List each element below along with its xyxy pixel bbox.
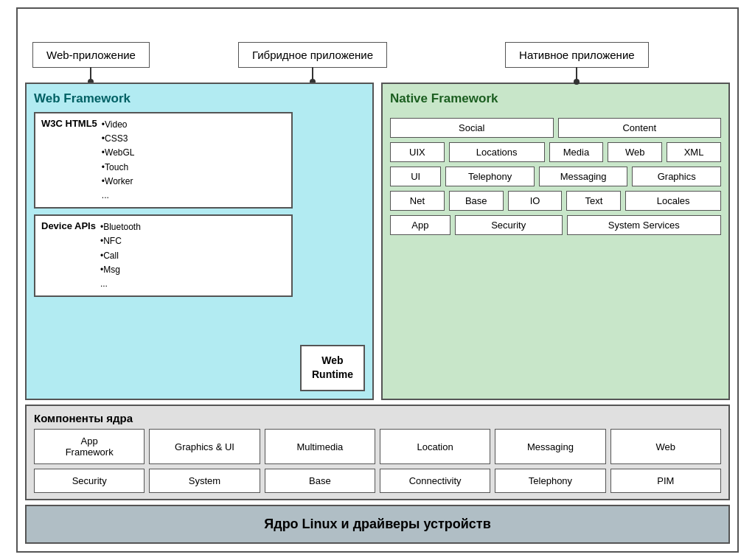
core-base: Base	[265, 469, 375, 493]
native-io: IO	[508, 191, 563, 211]
core-location: Location	[380, 429, 490, 464]
web-framework: Web Framework W3C HTML5 •Video •CSS3 •We…	[25, 83, 374, 400]
native-top-row: Social Content	[390, 118, 721, 138]
core-row-1: AppFramework Graphics & UI Multimedia Lo…	[34, 429, 721, 464]
native-web: Web	[608, 142, 662, 162]
native-text: Text	[566, 191, 621, 211]
native-base: Base	[449, 191, 504, 211]
core-section: Компоненты ядра AppFramework Graphics & …	[25, 405, 730, 500]
hybrid-app-label: Гибридное приложение	[252, 49, 373, 61]
core-multimedia: Multimedia	[265, 429, 375, 464]
kernel-bar: Ядро Linux и драйверы устройств	[25, 505, 730, 544]
device-apis-items: •Bluetooth •NFC •Call •Msg ...	[100, 220, 141, 291]
device-apis-label: Device APIs	[41, 220, 96, 233]
w3c-items: •Video •CSS3 •WebGL •Touch •Worker ...	[102, 118, 135, 203]
core-pim: PIM	[610, 469, 721, 493]
core-title: Компоненты ядра	[34, 412, 721, 424]
native-app-box: Нативное приложение	[505, 42, 649, 68]
connector-spacer	[25, 68, 730, 83]
main-container: Web-приложение Гибридное приложение Нати…	[16, 7, 739, 553]
hybrid-app-box: Гибридное приложение	[238, 42, 387, 68]
native-graphics: Graphics	[632, 167, 721, 186]
core-grid: AppFramework Graphics & UI Multimedia Lo…	[34, 429, 721, 493]
native-framework-grid: Social Content UIX Locations Media Web X…	[390, 118, 721, 235]
web-right-column: WebRuntime	[300, 112, 365, 391]
native-framework-title: Native Framework	[390, 91, 721, 106]
native-telephony: Telephony	[445, 167, 535, 186]
native-row-2: UI Telephony Messaging Graphics	[390, 167, 721, 186]
native-uix: UIX	[390, 142, 445, 162]
frameworks-row: Web Framework W3C HTML5 •Video •CSS3 •We…	[25, 83, 730, 400]
native-framework: Native Framework Social Content UIX Loca…	[381, 83, 730, 400]
core-connectivity: Connectivity	[380, 469, 490, 493]
web-framework-title: Web Framework	[34, 91, 365, 106]
w3c-box: W3C HTML5 •Video •CSS3 •WebGL •Touch •Wo…	[34, 112, 293, 209]
native-locales: Locales	[625, 191, 721, 211]
native-media: Media	[549, 142, 604, 162]
native-row-3: Net Base IO Text Locales	[390, 191, 721, 211]
native-xml: XML	[667, 142, 721, 162]
kernel-label: Ядро Linux и драйверы устройств	[264, 517, 490, 531]
web-framework-content: W3C HTML5 •Video •CSS3 •WebGL •Touch •Wo…	[34, 112, 365, 391]
w3c-label: W3C HTML5	[41, 118, 97, 130]
core-graphics-ui: Graphics & UI	[149, 429, 260, 464]
native-security: Security	[455, 215, 563, 235]
top-apps-row: Web-приложение Гибридное приложение Нати…	[18, 9, 737, 68]
web-app-box: Web-приложение	[32, 42, 150, 68]
device-apis-box: Device APIs •Bluetooth •NFC •Call •Msg .…	[34, 214, 293, 297]
core-system: System	[149, 469, 260, 493]
native-app-label: Нативное приложение	[519, 49, 635, 61]
native-row-4: App Security System Services	[390, 215, 721, 235]
native-ui: UI	[390, 167, 441, 186]
web-runtime-box: WebRuntime	[300, 345, 365, 391]
core-row-2: Security System Base Connectivity Teleph…	[34, 469, 721, 493]
native-messaging: Messaging	[539, 167, 628, 186]
web-left-column: W3C HTML5 •Video •CSS3 •WebGL •Touch •Wo…	[34, 112, 293, 391]
core-web: Web	[610, 429, 721, 464]
core-messaging: Messaging	[495, 429, 605, 464]
native-content: Content	[558, 118, 722, 138]
core-telephony: Telephony	[495, 469, 605, 493]
native-row-1: UIX Locations Media Web XML	[390, 142, 721, 162]
native-app: App	[390, 215, 450, 235]
native-system-services: System Services	[567, 215, 722, 235]
web-runtime-label: WebRuntime	[312, 354, 353, 381]
core-app-framework: AppFramework	[34, 429, 145, 464]
native-social: Social	[390, 118, 554, 138]
native-locations: Locations	[449, 142, 545, 162]
web-app-label: Web-приложение	[46, 49, 136, 61]
native-net: Net	[390, 191, 445, 211]
core-security: Security	[34, 469, 145, 493]
